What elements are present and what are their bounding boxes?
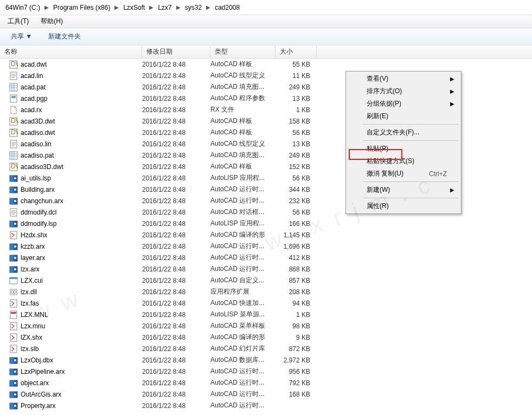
col-name[interactable]: 名称 xyxy=(0,46,142,58)
file-row[interactable]: kzzb.arx2016/1/22 8:48AutoCAD 运行时...1,69… xyxy=(0,241,532,252)
file-row[interactable]: lzx.fas2016/1/22 8:48AutoCAD 快速加...94 KB xyxy=(0,297,532,309)
file-row[interactable]: DWTacad.dwt2016/1/22 8:48AutoCAD 样板55 KB xyxy=(0,59,532,70)
col-size[interactable]: 大小 xyxy=(275,46,317,58)
file-date: 2016/1/22 8:48 xyxy=(142,186,210,193)
file-date: 2016/1/22 8:48 xyxy=(142,288,210,296)
breadcrumb-item[interactable]: Lzx7 xyxy=(156,4,174,11)
file-size: 98 KB xyxy=(275,322,313,330)
svg-point-68 xyxy=(14,393,16,395)
file-icon xyxy=(9,174,18,183)
file-row[interactable]: lzx.slb2016/1/22 8:48AutoCAD 幻灯片库872 KB xyxy=(0,343,532,354)
file-icon: DWT xyxy=(9,128,18,137)
file-date: 2016/1/22 8:48 xyxy=(142,265,210,273)
file-row[interactable]: object.arx2016/1/22 8:48AutoCAD 运行时...79… xyxy=(0,377,532,388)
file-size: 1 KB xyxy=(275,106,313,114)
svg-rect-44 xyxy=(10,267,14,273)
col-date[interactable]: 修改日期 xyxy=(142,46,210,58)
file-icon xyxy=(9,322,18,330)
file-row[interactable]: LZX.MNL2016/1/22 8:48AutoLISP 菜单源...1 KB xyxy=(0,309,532,320)
file-date: 2016/1/22 8:48 xyxy=(142,209,210,216)
ctx-view[interactable]: 查看(V)▶ xyxy=(347,73,460,85)
ctx-paste[interactable]: 粘贴(P) xyxy=(347,142,460,155)
col-type[interactable]: 类型 xyxy=(210,46,275,58)
file-type: AutoLISP 应用程... xyxy=(210,173,275,183)
file-date: 2016/1/22 8:48 xyxy=(142,163,210,171)
file-size: 868 KB xyxy=(275,265,313,273)
file-row[interactable]: ddmodify.lsp2016/1/22 8:48AutoLISP 应用程..… xyxy=(0,218,532,229)
file-type: AutoCAD 快速加... xyxy=(210,299,275,308)
file-name: Hzdx.shx xyxy=(21,231,142,239)
chevron-right-icon: ▶ xyxy=(112,4,121,10)
separator xyxy=(363,181,459,182)
file-type: AutoCAD 运行时... xyxy=(210,242,275,251)
svg-rect-64 xyxy=(10,380,14,386)
file-row[interactable]: LZX.cui2016/1/22 8:48AutoCAD 自定义...857 K… xyxy=(0,275,532,286)
breadcrumb-item[interactable]: sys32 xyxy=(183,4,204,11)
breadcrumb-item[interactable]: Program Files (x86) xyxy=(51,4,112,11)
ctx-undo[interactable]: 撤消 复制(U)Ctrl+Z xyxy=(347,167,460,180)
ctx-paste-shortcut[interactable]: 粘贴快捷方式(S) xyxy=(347,155,460,167)
file-row[interactable]: lzx.arx2016/1/22 8:48AutoCAD 运行时...868 K… xyxy=(0,263,532,275)
breadcrumb[interactable]: 64Win7 (C:)▶ Program Files (x86)▶ LzxSof… xyxy=(0,0,532,15)
file-type: AutoCAD 样板 xyxy=(210,60,275,69)
ctx-properties[interactable]: 属性(R) xyxy=(347,200,460,212)
svg-rect-61 xyxy=(10,369,14,375)
file-type: AutoCAD 运行时... xyxy=(210,378,275,387)
file-icon xyxy=(9,367,18,376)
file-row[interactable]: layer.arx2016/1/22 8:48AutoCAD 运行时...412… xyxy=(0,252,532,263)
file-row[interactable]: Property.arx2016/1/22 8:48AutoCAD 运行时... xyxy=(0,400,532,411)
file-date: 2016/1/22 8:48 xyxy=(142,72,210,80)
file-row[interactable]: OutArcGis.arx2016/1/22 8:48AutoCAD 运行时..… xyxy=(0,388,532,400)
new-folder-button[interactable]: 新建文件夹 xyxy=(48,32,81,41)
file-type: AutoCAD 运行时... xyxy=(210,196,275,205)
file-size: 1 KB xyxy=(275,311,313,319)
file-type: AutoCAD 样板 xyxy=(210,128,275,137)
file-name: OutArcGis.arx xyxy=(21,391,142,398)
file-icon xyxy=(9,345,18,353)
file-icon xyxy=(9,254,18,262)
file-row[interactable]: Hzdx.shx2016/1/22 8:48AutoCAD 编译的形1,145 … xyxy=(0,229,532,241)
file-icon xyxy=(9,219,18,228)
breadcrumb-item[interactable]: cad2008 xyxy=(213,4,242,11)
file-row[interactable]: lZX.shx2016/1/22 8:48AutoCAD 编译的形9 KB xyxy=(0,332,532,343)
ctx-new[interactable]: 新建(W)▶ xyxy=(347,184,460,196)
file-size: 344 KB xyxy=(275,186,313,193)
file-row[interactable]: LzxPipeline.arx2016/1/22 8:48AutoCAD 运行时… xyxy=(0,366,532,377)
separator xyxy=(363,198,459,198)
file-name: LzxObj.dbx xyxy=(21,356,142,364)
file-row[interactable]: lzx.dll2016/1/22 8:48应用程序扩展208 KB xyxy=(0,286,532,297)
breadcrumb-item[interactable]: 64Win7 (C:) xyxy=(3,4,42,11)
file-type: AutoCAD 自定义... xyxy=(210,276,275,285)
share-button[interactable]: 共享 ▼ xyxy=(11,32,32,41)
file-row[interactable]: Lzx.mnu2016/1/22 8:48AutoCAD 菜单样板98 KB xyxy=(0,320,532,332)
file-type: AutoCAD 运行时... xyxy=(210,253,275,262)
svg-point-42 xyxy=(14,257,16,259)
menu-tools[interactable]: 工具(T) xyxy=(8,17,29,26)
svg-rect-24 xyxy=(10,187,14,193)
file-size: 56 KB xyxy=(275,174,313,182)
ctx-customize[interactable]: 自定义文件夹(F)... xyxy=(347,126,460,139)
file-size: 1,696 KB xyxy=(275,243,313,250)
ctx-group[interactable]: 分组依据(P)▶ xyxy=(347,98,460,110)
file-date: 2016/1/22 8:48 xyxy=(142,345,210,353)
file-icon xyxy=(9,185,18,194)
ctx-refresh[interactable]: 刷新(E) xyxy=(347,110,460,122)
file-icon xyxy=(9,208,18,217)
file-type: AutoCAD 运行时... xyxy=(210,264,275,274)
file-date: 2016/1/22 8:48 xyxy=(142,334,210,341)
file-size: 2,972 KB xyxy=(275,356,313,364)
menu-help[interactable]: 帮助(H) xyxy=(41,17,63,26)
file-name: lzx.arx xyxy=(21,265,142,273)
file-size: 249 KB xyxy=(275,152,313,159)
breadcrumb-item[interactable]: LzxSoft xyxy=(121,4,147,11)
file-name: LzxPipeline.arx xyxy=(21,368,142,375)
file-row[interactable]: LzxObj.dbx2016/1/22 8:48AutoCAD 数据库...2,… xyxy=(0,354,532,366)
file-type: AutoCAD 编译的形 xyxy=(210,333,275,342)
svg-rect-58 xyxy=(10,358,14,364)
file-name: object.arx xyxy=(21,379,142,387)
file-type: AutoCAD 菜单样板 xyxy=(210,321,275,330)
context-menu: 查看(V)▶ 排序方式(O)▶ 分组依据(P)▶ 刷新(E) 自定义文件夹(F)… xyxy=(345,71,462,214)
file-type: AutoCAD 运行时... xyxy=(210,401,275,410)
file-size: 857 KB xyxy=(275,277,313,284)
ctx-sort[interactable]: 排序方式(O)▶ xyxy=(347,85,460,98)
